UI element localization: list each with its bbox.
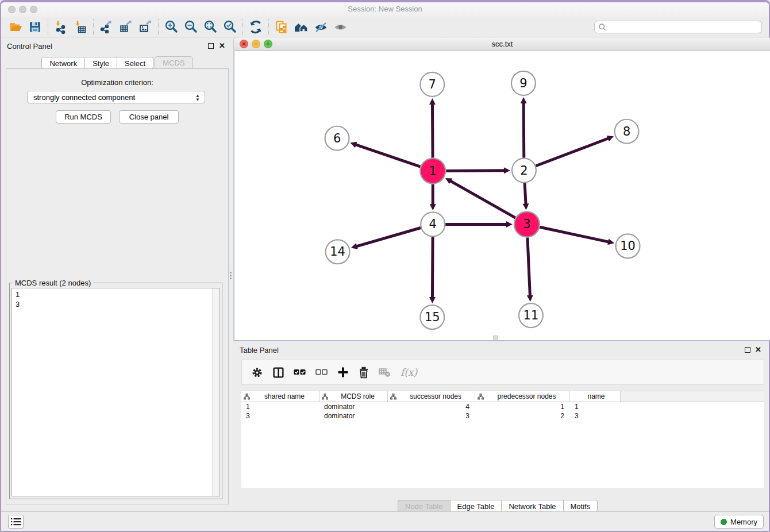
graph-edge-1-7[interactable] (432, 104, 433, 158)
task-history-button[interactable] (8, 515, 24, 529)
graph-node-label: 1 (429, 164, 437, 178)
graph-edge-3-11[interactable] (528, 237, 530, 296)
graph-edge-1-2[interactable] (446, 171, 505, 171)
network-window-titlebar[interactable]: ✕ − + scc.txt (234, 37, 770, 51)
import-table-icon[interactable] (71, 18, 90, 36)
tab-network[interactable]: Network (41, 57, 85, 69)
zoom-fit-icon[interactable] (201, 18, 220, 36)
graph-node-label: 7 (429, 78, 436, 91)
hide-selected-eye-slash-icon[interactable] (311, 18, 330, 36)
graph-edge-4-14[interactable] (356, 228, 421, 246)
sort-hierarchy-icon (478, 394, 484, 400)
graph-edge-2-9[interactable] (523, 103, 524, 158)
run-mcds-button[interactable]: Run MCDS (56, 110, 111, 124)
delete-table-icon[interactable] (379, 367, 391, 377)
tab-node-table[interactable]: Node Table (398, 500, 451, 512)
clone-network-icon[interactable] (272, 18, 291, 36)
graph-edge-4-15[interactable] (432, 237, 433, 298)
result-line: 1 (16, 290, 216, 299)
criterion-select[interactable]: strongly connected component ▲▼ (27, 91, 205, 103)
column-header-shared-name[interactable]: shared name (241, 391, 319, 402)
close-panel-icon[interactable]: ✕ (219, 41, 225, 50)
cell-name[interactable]: 1 (570, 402, 621, 411)
result-line: 3 (16, 299, 216, 309)
graph-edge-3-1[interactable] (451, 181, 515, 218)
tab-edge-table[interactable]: Edge Table (451, 500, 502, 512)
import-network-icon[interactable] (51, 18, 71, 36)
graph-node-label: 8 (623, 125, 630, 138)
toolbar-separator (48, 19, 48, 35)
table-tabs: Node Table Edge Table Network Table Moti… (398, 500, 598, 512)
export-image-icon[interactable] (136, 18, 155, 36)
tab-motifs[interactable]: Motifs (564, 500, 598, 512)
column-header-predecessor-nodes[interactable]: predecessor nodes (475, 391, 570, 402)
mcds-result-area[interactable]: 13 (11, 288, 220, 496)
tab-network-table[interactable]: Network Table (502, 500, 563, 512)
cell-predecessor-nodes[interactable]: 1 (475, 402, 570, 411)
table-row[interactable]: 3dominator323 (241, 411, 764, 421)
network-graph[interactable]: 7968124314101511 (234, 51, 770, 340)
memory-status-icon (721, 519, 727, 525)
neighbors-houses-icon[interactable] (291, 18, 311, 36)
graph-node-label: 11 (523, 309, 539, 322)
deselect-all-icon[interactable] (315, 367, 328, 378)
cell-name[interactable]: 3 (570, 411, 621, 421)
graph-edge-2-8[interactable] (536, 138, 608, 166)
show-all-eye-icon[interactable] (330, 18, 350, 36)
graph-edge-3-10[interactable] (540, 227, 609, 242)
tab-style[interactable]: Style (85, 57, 117, 69)
cell-successor-nodes[interactable]: 4 (388, 402, 475, 411)
cell-MCDS-role[interactable]: dominator (319, 411, 388, 421)
open-folder-icon[interactable] (6, 18, 25, 36)
zoom-in-icon[interactable] (161, 18, 181, 36)
show-columns-icon[interactable] (272, 367, 284, 379)
optimization-criterion-label: Optimization criterion: (6, 78, 228, 87)
table-row[interactable]: 1dominator411 (241, 402, 764, 411)
save-icon[interactable] (25, 18, 45, 36)
graph-node-label: 3 (523, 217, 530, 231)
tab-mcds[interactable]: MCDS (155, 56, 192, 70)
zoom-selected-icon[interactable] (220, 18, 240, 36)
cell-shared-name[interactable]: 1 (241, 402, 319, 411)
control-panel: Control Panel ✕ Network Style Select MCD… (1, 37, 233, 511)
export-network-icon[interactable] (97, 18, 116, 36)
close-panel-button[interactable]: Close panel (119, 110, 179, 124)
network-canvas[interactable]: 7968124314101511 (234, 51, 770, 341)
window-title: Session: New Session (1, 5, 769, 13)
tab-select[interactable]: Select (117, 57, 153, 69)
column-header-name[interactable]: name (570, 391, 621, 402)
control-panel-header: Control Panel ✕ (1, 41, 233, 52)
table-settings-gear-icon[interactable] (251, 367, 263, 379)
result-scrollbar[interactable] (212, 288, 220, 496)
graph-edge-1-6[interactable] (356, 145, 421, 167)
sort-hierarchy-icon (322, 394, 328, 400)
control-panel-title: Control Panel (7, 42, 52, 51)
float-table-panel-icon[interactable] (745, 347, 750, 353)
column-header-successor-nodes[interactable]: successor nodes (388, 391, 475, 402)
cell-MCDS-role[interactable]: dominator (319, 402, 388, 411)
graph-node-label: 15 (425, 310, 440, 324)
mcds-result-lines: 13 (12, 288, 220, 310)
refresh-layout-icon[interactable] (246, 18, 265, 36)
canvas-resize-handle[interactable] (493, 336, 498, 340)
panel-splitter-handle[interactable] (230, 271, 232, 280)
graph-edge-2-3[interactable] (525, 183, 526, 205)
cell-shared-name[interactable]: 3 (241, 411, 319, 421)
search-input[interactable] (607, 22, 761, 32)
close-table-panel-icon[interactable]: ✕ (755, 345, 761, 354)
select-all-icon[interactable] (294, 367, 306, 378)
cell-successor-nodes[interactable]: 3 (388, 411, 475, 421)
table-panel-title: Table Panel (240, 346, 279, 354)
memory-label: Memory (730, 518, 757, 526)
memory-button[interactable]: Memory (714, 515, 764, 529)
export-table-icon[interactable] (116, 18, 136, 36)
float-panel-icon[interactable] (208, 43, 214, 49)
delete-trash-icon[interactable] (358, 367, 369, 379)
function-builder-icon[interactable]: f(x) (400, 366, 419, 379)
cell-predecessor-nodes[interactable]: 2 (475, 411, 570, 421)
toolbar-separator (242, 19, 243, 35)
add-column-icon[interactable] (337, 367, 349, 378)
toolbar-separator (268, 19, 269, 35)
zoom-out-icon[interactable] (181, 18, 201, 36)
column-header-MCDS-role[interactable]: MCDS role (319, 391, 388, 402)
